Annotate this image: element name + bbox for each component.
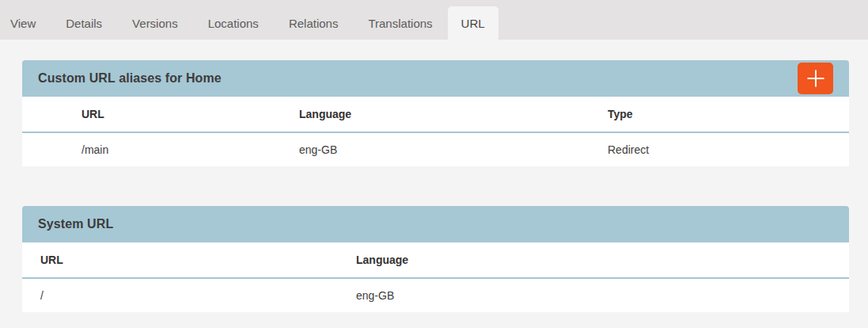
column-header-language: Language (299, 108, 608, 120)
custom-url-aliases-panel: Custom URL aliases for Home URL Language… (22, 60, 849, 166)
plus-icon (805, 68, 826, 89)
system-language-value: eng-GB (356, 289, 849, 302)
tab-url[interactable]: URL (448, 6, 498, 40)
system-url-panel: System URL URL Language / eng-GB (22, 206, 849, 312)
column-header-type: Type (608, 108, 849, 120)
column-header-language: Language (356, 254, 849, 266)
custom-aliases-table: URL Language Type /main eng-GB Redirect (22, 97, 849, 166)
panel-title: System URL (38, 217, 113, 231)
alias-language-value: eng-GB (299, 143, 608, 156)
content-tab-bar: View Details Versions Locations Relation… (0, 0, 868, 40)
alias-url-value: /main (81, 143, 299, 156)
tab-view[interactable]: View (0, 6, 51, 40)
tab-relations[interactable]: Relations (274, 6, 354, 40)
system-url-value: / (22, 289, 356, 302)
alias-type-value: Redirect (608, 143, 849, 156)
custom-aliases-table-header: URL Language Type (22, 97, 849, 133)
table-row: / eng-GB (22, 279, 849, 312)
tab-translations[interactable]: Translations (353, 6, 447, 40)
table-row: /main eng-GB Redirect (22, 133, 849, 166)
tab-versions[interactable]: Versions (117, 6, 193, 40)
column-header-url: URL (81, 108, 299, 120)
panel-title: Custom URL aliases for Home (38, 71, 222, 86)
custom-url-aliases-header: Custom URL aliases for Home (22, 60, 849, 97)
url-tab-content: Custom URL aliases for Home URL Language… (0, 40, 868, 312)
column-header-url: URL (22, 254, 356, 266)
system-url-table-header: URL Language (22, 242, 849, 279)
tab-locations[interactable]: Locations (193, 6, 274, 40)
add-url-alias-button[interactable] (798, 63, 833, 94)
system-url-header: System URL (22, 206, 849, 242)
system-url-table: URL Language / eng-GB (22, 242, 849, 312)
tab-details[interactable]: Details (51, 6, 117, 40)
